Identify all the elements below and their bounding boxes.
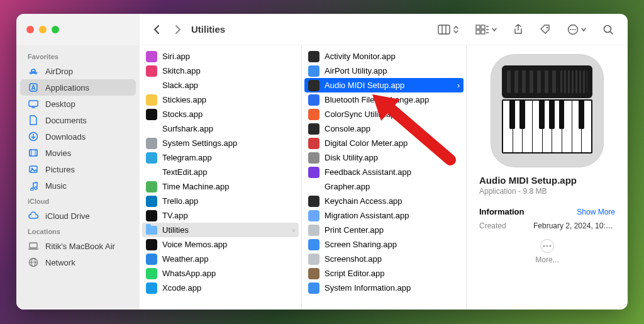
list-item[interactable]: Disk Utility.app <box>302 150 466 165</box>
app-icon <box>146 282 157 294</box>
list-item[interactable]: Screen Sharing.app <box>302 237 466 252</box>
forward-button[interactable] <box>170 21 186 38</box>
app-icon <box>308 94 319 106</box>
app-icon <box>146 94 157 106</box>
list-item[interactable]: Script Editor.app <box>302 266 466 281</box>
svg-rect-5 <box>476 30 480 34</box>
list-item-label: Utilities <box>162 225 189 235</box>
sidebar-item-desktop[interactable]: Desktop <box>20 96 136 112</box>
list-item[interactable]: Stickies.app <box>140 92 301 107</box>
list-item[interactable]: Activity Monitor.app <box>302 49 466 64</box>
nav-buttons <box>140 21 186 38</box>
list-item[interactable]: Surfshark.app <box>140 121 301 136</box>
list-item[interactable]: WhatsApp.app <box>140 266 301 281</box>
svg-point-15 <box>604 25 611 32</box>
group-button[interactable] <box>475 25 497 35</box>
list-item[interactable]: Siri.app <box>140 49 301 64</box>
movies-icon <box>28 147 39 159</box>
sidebar-item-documents[interactable]: Documents <box>20 112 136 128</box>
sidebar-item-ritik-s-macbook-air[interactable]: Ritik's MacBook Air <box>20 238 136 254</box>
app-icon <box>308 210 319 221</box>
list-item[interactable]: Audio MIDI Setup.app› <box>304 78 464 92</box>
list-item[interactable]: Stocks.app <box>140 107 301 121</box>
app-icon <box>308 152 319 164</box>
close-button[interactable] <box>26 26 34 33</box>
column-utilities[interactable]: Activity Monitor.appAirPort Utility.appA… <box>302 45 467 310</box>
search-button[interactable] <box>602 24 614 35</box>
music-icon <box>28 180 39 191</box>
sidebar-item-downloads[interactable]: Downloads <box>20 128 136 145</box>
list-item[interactable]: Print Center.app <box>302 223 466 237</box>
list-item[interactable]: Keychain Access.app <box>302 194 466 208</box>
info-title: Information <box>479 207 525 216</box>
svg-rect-4 <box>481 25 485 29</box>
list-item-label: System Information.app <box>325 283 411 293</box>
sidebar-item-label: iCloud Drive <box>45 211 90 221</box>
list-item[interactable]: Digital Color Meter.app <box>302 136 466 150</box>
maximize-button[interactable] <box>52 26 59 33</box>
view-button[interactable] <box>438 25 459 35</box>
list-item-label: Digital Color Meter.app <box>325 138 408 148</box>
list-item[interactable]: Skitch.app <box>140 64 301 78</box>
list-item[interactable]: Weather.app <box>140 252 301 266</box>
list-item[interactable]: System Information.app <box>302 281 466 295</box>
show-more-link[interactable]: Show More <box>577 208 615 216</box>
sidebar-item-icloud-drive[interactable]: iCloud Drive <box>20 208 136 224</box>
svg-point-14 <box>574 28 575 30</box>
list-item[interactable]: System Settings.app <box>140 136 301 150</box>
content-area: FavoritesAirDropAApplicationsDesktopDocu… <box>16 45 628 310</box>
list-item[interactable]: Console.app <box>302 121 466 136</box>
sidebar-item-applications[interactable]: AApplications <box>20 79 136 96</box>
sidebar-item-label: Desktop <box>45 99 75 109</box>
back-button[interactable] <box>148 21 165 38</box>
list-item-label: Activity Monitor.app <box>325 52 396 61</box>
list-item[interactable]: Time Machine.app <box>140 179 301 194</box>
list-item[interactable]: Screenshot.app <box>302 252 466 266</box>
sidebar-item-airdrop[interactable]: AirDrop <box>20 63 136 79</box>
list-item[interactable]: Migration Assistant.app <box>302 208 466 223</box>
desktop-icon <box>28 98 39 109</box>
list-item-label: Screen Sharing.app <box>325 240 397 249</box>
list-item-label: Siri.app <box>162 52 190 61</box>
sidebar-item-music[interactable]: Music <box>20 177 136 194</box>
share-button[interactable] <box>513 24 523 35</box>
tag-button[interactable] <box>540 24 551 35</box>
minimize-button[interactable] <box>39 26 47 33</box>
sidebar-item-pictures[interactable]: Pictures <box>20 161 136 177</box>
app-icon <box>308 225 319 236</box>
sidebar-item-movies[interactable]: Movies <box>20 145 136 161</box>
list-item-label: Xcode.app <box>162 283 201 293</box>
svg-line-16 <box>611 31 613 34</box>
svg-rect-3 <box>476 25 480 29</box>
list-item[interactable]: TextEdit.app <box>140 165 301 179</box>
more-actions-button[interactable] <box>540 239 554 253</box>
list-item-label: Surfshark.app <box>162 124 213 133</box>
list-item[interactable]: Xcode.app <box>140 281 301 295</box>
sidebar-item-network[interactable]: Network <box>20 254 136 271</box>
list-item[interactable]: Slack.app <box>140 78 301 92</box>
actions-button[interactable] <box>567 24 586 35</box>
list-item[interactable]: Telegram.app <box>140 150 301 165</box>
info-row-created: Created February 2, 2024, 10:49 PM <box>479 221 615 230</box>
list-item[interactable]: Bluetooth File Exchange.app <box>302 92 466 107</box>
app-icon <box>146 239 157 250</box>
list-item[interactable]: TV.app <box>140 208 301 223</box>
list-item[interactable]: ColorSync Utility.app <box>302 107 466 121</box>
list-item-label: ColorSync Utility.app <box>325 109 400 119</box>
toolbar-right <box>438 24 619 35</box>
column-applications[interactable]: Siri.appSkitch.appSlack.appStickies.appS… <box>140 45 302 310</box>
list-item-label: Trello.app <box>162 196 198 206</box>
app-icon <box>146 109 157 120</box>
sidebar-section-title: iCloud <box>16 194 140 208</box>
list-item[interactable]: Trello.app <box>140 194 301 208</box>
list-item[interactable]: AirPort Utility.app <box>302 64 466 78</box>
list-item[interactable]: Grapher.app <box>302 179 466 194</box>
list-item[interactable]: Voice Memos.app <box>140 237 301 252</box>
laptop-icon <box>28 240 39 252</box>
apps-icon: A <box>28 82 39 93</box>
list-item[interactable]: Utilities› <box>142 223 299 237</box>
list-item-label: Grapher.app <box>325 182 370 191</box>
list-item[interactable]: Feedback Assistant.app <box>302 165 466 179</box>
info-key: Created <box>479 221 506 230</box>
app-icon <box>146 181 157 193</box>
